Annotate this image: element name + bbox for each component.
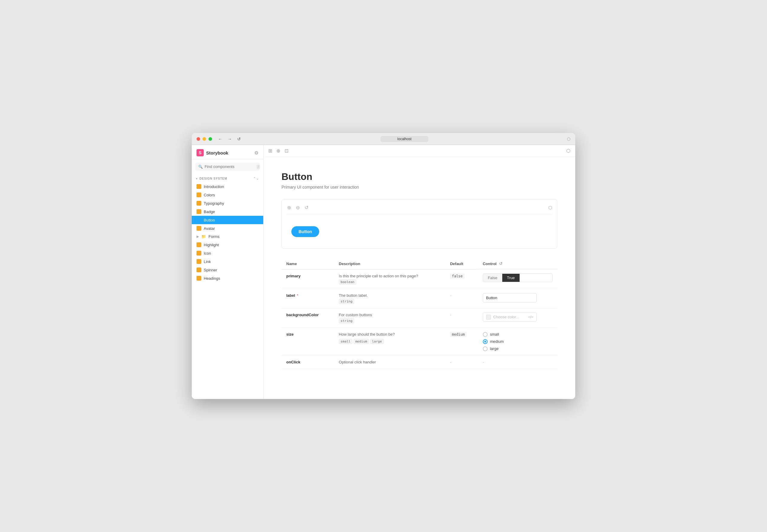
close-button[interactable] (197, 137, 200, 141)
maximize-button[interactable] (209, 137, 212, 141)
logo-area: S Storybook (197, 149, 228, 156)
search-icon: 🔍 (198, 165, 203, 169)
sidebar-item-link[interactable]: Link (192, 257, 263, 266)
settings-icon[interactable]: ⚙ (254, 150, 259, 156)
prop-required-star: * (297, 293, 298, 298)
sidebar-item-typography[interactable]: Typography (192, 199, 263, 207)
prop-desc-label: The button label. (339, 293, 441, 298)
sidebar-item-spinner[interactable]: Spinner (192, 266, 263, 274)
table-row: backgroundColor For custom buttons strin… (282, 308, 557, 328)
prop-type-size-small: small (339, 339, 352, 344)
props-table: Name Description Default Control ↺ (282, 258, 557, 369)
sidebar-item-label: Icon (204, 251, 211, 256)
prop-desc-primary: Is this the principle call to action on … (339, 274, 441, 278)
size-option-medium[interactable]: medium (483, 339, 552, 344)
toolbar-view-buttons: ⊞ ⊕ ⊡ (268, 148, 288, 154)
radio-large[interactable] (483, 346, 488, 351)
prop-type-size-medium: medium (354, 339, 369, 344)
sidebar-item-label: Spinner (204, 268, 217, 272)
size-large-label: large (490, 346, 499, 351)
sidebar-item-avatar[interactable]: Avatar (192, 224, 263, 233)
radio-medium[interactable] (483, 339, 488, 344)
content-toolbar: ⊞ ⊕ ⊡ ⬡ (264, 145, 575, 157)
demo-button[interactable]: Button (291, 226, 319, 237)
search-box[interactable]: 🔍 / (196, 163, 260, 171)
size-option-small[interactable]: small (483, 332, 552, 337)
refresh-button[interactable]: ↺ (236, 136, 242, 142)
prop-type-bg-color: string (339, 318, 355, 323)
color-swatch (486, 315, 491, 319)
content-body: Button Primary UI component for user int… (264, 157, 575, 399)
sidebar-item-button[interactable]: Button (192, 216, 263, 224)
prop-default-size: medium (450, 332, 466, 337)
content-area: ⊞ ⊕ ⊡ ⬡ Button Primary UI component for … (264, 145, 575, 399)
sidebar-item-icon[interactable]: Icon (192, 249, 263, 257)
sidebar-item-forms[interactable]: ▶ 📁 Forms (192, 233, 263, 241)
back-button[interactable]: ← (217, 136, 224, 142)
sidebar-item-label: Forms (209, 234, 220, 239)
nav-buttons: ← → ↺ (217, 136, 242, 142)
button-item-icon (197, 218, 201, 222)
sidebar-item-headings[interactable]: Headings (192, 274, 263, 282)
traffic-lights (197, 137, 212, 141)
sidebar-item-label: Avatar (204, 226, 215, 231)
size-type-values: small medium large (339, 338, 441, 344)
sidebar-item-label: Highlight (204, 243, 219, 247)
address-bar[interactable]: localhost (381, 136, 428, 142)
color-code-icon[interactable]: </> (528, 315, 533, 319)
prop-desc-bg-color: For custom buttons (339, 313, 441, 317)
headings-item-icon (197, 276, 201, 281)
primary-false-option[interactable]: False (483, 274, 502, 282)
forms-folder-icon: 📁 (201, 234, 206, 239)
sidebar-item-label: Link (204, 259, 211, 264)
canvas-view-icon[interactable]: ⊕ (277, 148, 280, 154)
color-picker-control[interactable]: Choose color... </> (483, 313, 537, 322)
color-placeholder-text: Choose color... (493, 315, 526, 319)
open-external-icon[interactable]: ⬡ (566, 148, 570, 154)
minimize-button[interactable] (203, 137, 206, 141)
docs-view-icon[interactable]: ⊡ (285, 148, 288, 154)
forms-collapse-arrow: ▶ (197, 235, 199, 239)
preview-external-icon[interactable]: ⬡ (548, 205, 552, 210)
sidebar-item-badge[interactable]: Badge (192, 207, 263, 216)
sidebar-item-label: Badge (204, 210, 215, 214)
primary-true-option[interactable]: True (502, 274, 519, 282)
zoom-out-button[interactable]: ⊖ (295, 204, 300, 211)
prop-type-primary: boolean (339, 279, 356, 285)
typography-item-icon (197, 201, 201, 206)
sidebar-item-colors[interactable]: Colors (192, 191, 263, 199)
prop-name-bg-color: backgroundColor (286, 313, 319, 317)
search-shortcut: / (257, 165, 260, 169)
grid-view-icon[interactable]: ⊞ (268, 148, 272, 154)
size-radio-group: small medium large (483, 332, 552, 351)
sidebar-item-label: Colors (204, 193, 215, 197)
col-header-name: Name (282, 258, 334, 269)
reset-all-icon[interactable]: ↺ (499, 261, 502, 266)
zoom-reset-button[interactable]: ↺ (304, 204, 309, 211)
external-link-icon[interactable]: ⬡ (567, 137, 570, 141)
radio-small[interactable] (483, 332, 488, 337)
table-row: primary Is this the principle call to ac… (282, 269, 557, 289)
sidebar-header: S Storybook ⚙ (192, 145, 263, 160)
sidebar-item-label: Button (204, 218, 215, 222)
label-text-input[interactable] (483, 293, 537, 302)
primary-bool-toggle[interactable]: False True (483, 273, 552, 282)
size-option-large[interactable]: large (483, 346, 552, 351)
highlight-item-icon (197, 242, 201, 247)
storybook-logo-icon: S (197, 149, 204, 156)
prop-desc-size: How large should the button be? (339, 332, 441, 337)
forward-button[interactable]: → (227, 136, 233, 142)
prop-control-onclick: - (483, 360, 484, 364)
section-collapse-arrow: ▾ (196, 177, 198, 180)
avatar-item-icon (197, 226, 201, 231)
page-title: Button (282, 171, 557, 182)
sidebar-item-highlight[interactable]: Highlight (192, 241, 263, 249)
search-input[interactable] (205, 164, 255, 169)
prop-name-onclick: onClick (286, 360, 300, 364)
sidebar-item-introduction[interactable]: Introduction (192, 182, 263, 191)
page-subtitle: Primary UI component for user interactio… (282, 185, 557, 189)
app-title: Storybook (206, 150, 228, 155)
zoom-in-button[interactable]: ⊕ (287, 204, 292, 211)
sidebar: S Storybook ⚙ 🔍 / ▾ DESIGN SYSTEM ⌃⌄ Int… (192, 145, 264, 399)
section-header-design-system[interactable]: ▾ DESIGN SYSTEM ⌃⌄ (192, 174, 263, 182)
